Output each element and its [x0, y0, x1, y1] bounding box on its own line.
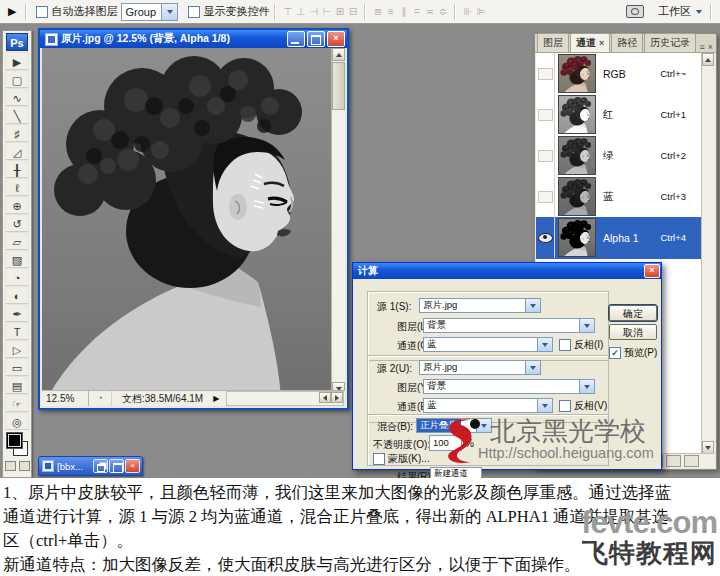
eye-icon[interactable] [538, 233, 553, 243]
photoshop-logo[interactable]: Ps [6, 33, 28, 51]
source2-select[interactable]: 原片.jpg [419, 360, 541, 375]
hand-tool[interactable]: ☞ [5, 394, 29, 412]
photo-canvas[interactable] [42, 48, 334, 395]
new-channel-icon[interactable] [666, 455, 681, 467]
type-tool[interactable]: T [5, 322, 29, 340]
chevron-down-icon[interactable] [525, 361, 540, 374]
restore-button[interactable] [93, 459, 108, 473]
scroll-up-icon[interactable] [332, 48, 345, 61]
eye-toggle-icon[interactable] [538, 191, 553, 203]
foreground-color-swatch[interactable] [6, 432, 23, 449]
workspace-button[interactable]: 工作区 [658, 4, 702, 19]
channel-row-green[interactable]: 绿 Ctrl+2 [536, 135, 703, 177]
panel-menu-icon[interactable]: ≡ [699, 42, 704, 52]
channel-row-alpha1[interactable]: Alpha 1 Ctrl+4 [536, 217, 703, 259]
tab-channels[interactable]: 通道 × [570, 33, 610, 52]
dodge-tool[interactable]: ◐ [5, 286, 29, 304]
tab-close-icon[interactable]: × [599, 38, 604, 48]
chevron-down-icon[interactable] [537, 338, 552, 351]
tab-paths[interactable]: 路径 [611, 33, 643, 52]
chevron-down-icon[interactable] [579, 319, 594, 332]
visibility-cell[interactable] [536, 135, 555, 176]
visibility-cell[interactable] [536, 217, 555, 258]
ok-button[interactable]: 确定 [609, 305, 657, 321]
clone-stamp-tool[interactable]: ⊕ [5, 196, 29, 214]
close-icon[interactable]: × [644, 264, 660, 278]
channel-row-blue[interactable]: 蓝 Ctrl+3 [536, 176, 703, 218]
tab-layers[interactable]: 图层 [537, 33, 569, 52]
channel-row-rgb[interactable]: RGB Ctrl+~ [536, 53, 703, 95]
opacity-input[interactable]: 100 [429, 435, 462, 451]
vertical-scrollbar[interactable] [331, 48, 345, 395]
invert2-checkbox[interactable]: 反相(V) [559, 399, 607, 413]
mask-checkbox[interactable]: 蒙版(K)... [373, 452, 430, 466]
horizontal-scrollbar[interactable] [226, 391, 344, 406]
checkbox-checked-icon[interactable]: ✓ [609, 347, 621, 359]
shape-tool[interactable]: ▭ [5, 358, 29, 376]
channel1-select[interactable]: 蓝 [423, 337, 553, 352]
eye-toggle-icon[interactable] [538, 150, 553, 162]
scroll-right-icon[interactable] [331, 392, 343, 403]
layer2-select[interactable]: 背景 [423, 379, 595, 394]
checkbox-icon[interactable] [373, 453, 385, 465]
visibility-cell[interactable] [536, 94, 555, 135]
panel-close-icon[interactable]: × [708, 42, 713, 52]
quick-mask-mode-button[interactable] [19, 461, 30, 471]
dialog-titlebar[interactable]: 计算 × [353, 263, 661, 279]
path-selection-tool[interactable]: ▷ [5, 340, 29, 358]
zoom-tool[interactable]: ◎ [5, 412, 29, 430]
healing-brush-tool[interactable]: ╂ [5, 160, 29, 178]
visibility-cell[interactable] [536, 176, 555, 217]
notes-tool[interactable]: ▤ [5, 376, 29, 394]
delete-channel-icon[interactable] [684, 455, 699, 467]
channel-row-red[interactable]: 红 Ctrl+1 [536, 94, 703, 136]
chevron-down-icon[interactable] [537, 399, 552, 412]
standard-mode-button[interactable] [5, 461, 16, 471]
show-transform-checkbox[interactable] [188, 6, 200, 18]
preview-checkbox[interactable]: ✓ 预览(P) [609, 346, 657, 360]
invert1-checkbox[interactable]: 反相(I) [559, 338, 603, 352]
maximize-button[interactable] [307, 31, 325, 47]
group-select[interactable]: Group [121, 3, 178, 21]
checkbox-icon[interactable] [559, 339, 571, 351]
auto-select-checkbox[interactable] [36, 6, 48, 18]
layer1-select[interactable]: 背景 [423, 318, 595, 333]
source1-select[interactable]: 原片.jpg [419, 298, 541, 313]
current-tool-icon[interactable]: ▶ [8, 5, 16, 18]
checkbox-icon[interactable] [559, 400, 571, 412]
blend-select[interactable]: 正片叠底 [416, 418, 492, 433]
blur-tool[interactable]: ◔ [5, 268, 29, 286]
marquee-tool[interactable]: ▢ [5, 70, 29, 88]
gradient-tool[interactable]: ▨ [5, 250, 29, 268]
zoom-level[interactable]: 12.5% [42, 391, 89, 406]
pen-tool[interactable]: ✒ [5, 304, 29, 322]
chevron-down-icon[interactable] [476, 419, 491, 432]
eye-toggle-icon[interactable] [538, 68, 553, 80]
slice-tool[interactable]: ◿ [5, 142, 29, 160]
lasso-tool[interactable]: ∿ [5, 88, 29, 106]
document-titlebar[interactable]: 原片.jpg @ 12.5% (背景, Alpha 1/8) × [40, 30, 347, 48]
minimize-button[interactable] [287, 31, 305, 47]
move-tool[interactable]: ▶ [5, 52, 29, 70]
chevron-down-icon[interactable] [579, 380, 594, 393]
scrollbar-thumb[interactable] [332, 62, 345, 110]
history-brush-tool[interactable]: ↺ [5, 214, 29, 232]
brush-tool[interactable]: ℓ [5, 178, 29, 196]
magic-wand-tool[interactable]: ╲ [5, 106, 29, 124]
chevron-down-icon[interactable] [161, 4, 177, 20]
panel-scrollbar[interactable] [701, 53, 715, 454]
scroll-left-icon[interactable] [319, 392, 331, 403]
maximize-button[interactable] [109, 459, 124, 473]
close-button[interactable]: × [327, 31, 345, 47]
eraser-tool[interactable]: ▱ [5, 232, 29, 250]
crop-tool[interactable]: ♯ [5, 124, 29, 142]
channel2-select[interactable]: 蓝 [423, 398, 553, 413]
close-button[interactable]: × [125, 459, 140, 473]
cancel-button[interactable]: 取消 [609, 324, 657, 340]
scroll-up-icon[interactable] [702, 53, 714, 66]
eye-toggle-icon[interactable] [538, 109, 553, 121]
chevron-down-icon[interactable] [525, 299, 540, 312]
bridge-icon[interactable] [626, 5, 644, 18]
tab-history[interactable]: 历史记录 [644, 33, 696, 52]
minimized-document-window[interactable]: [bbx... × [38, 456, 143, 476]
